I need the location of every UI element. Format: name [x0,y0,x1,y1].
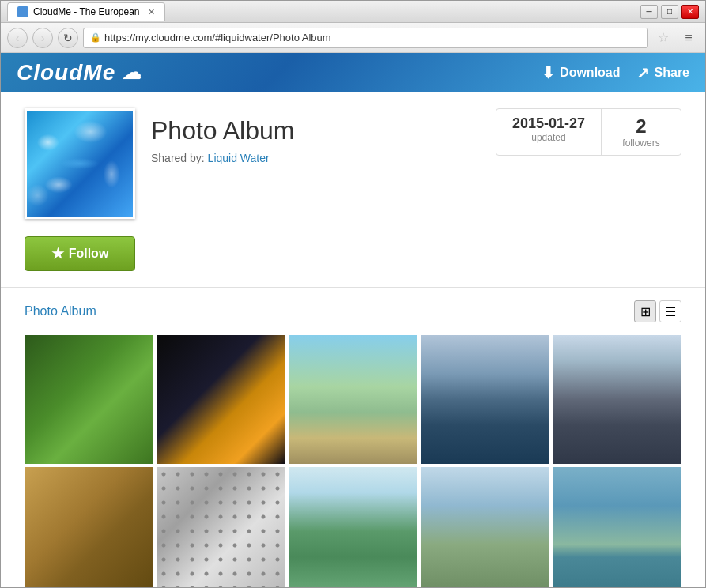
photo-item[interactable] [157,467,285,587]
album-header: Photo Album ⊞ ☰ [25,300,681,322]
cloudme-logo: CloudMe ☁ [17,60,142,85]
cloud-icon: ☁ [122,62,142,84]
window-controls: ─ □ ✕ [640,5,699,19]
address-bar[interactable]: 🔒 https://my.cloudme.com/#liquidwater/Ph… [83,28,648,48]
photo-item[interactable] [553,467,681,587]
album-title: Photo Album [25,304,96,318]
star-icon: ☆ [658,30,669,45]
shared-by-label: Shared by: [151,152,205,164]
browser-window: CloudMe - The European ✕ ─ □ ✕ ‹ › ↻ 🔒 h… [0,0,706,588]
photo-item[interactable] [25,467,153,587]
list-icon: ☰ [665,304,676,319]
profile-image [25,108,135,219]
back-icon: ‹ [16,32,20,44]
logo-text: CloudMe [17,60,115,85]
view-toggle: ⊞ ☰ [634,300,681,322]
photo-item[interactable] [421,335,549,464]
photo-item[interactable] [157,335,285,464]
download-button[interactable]: ⬇ Download [542,63,620,82]
forward-button[interactable]: › [32,28,53,48]
photo-item[interactable] [289,467,417,587]
page-content: CloudMe ☁ ⬇ Download ↗ Share [1,53,705,587]
title-bar: CloudMe - The European ✕ ─ □ ✕ [1,1,705,23]
bookmark-button[interactable]: ☆ [653,28,674,48]
menu-icon: ≡ [685,31,692,45]
download-label: Download [560,66,620,80]
album-name: Photo Album [151,116,480,145]
tab-favicon [17,6,28,17]
profile-info: Photo Album Shared by: Liquid Water [151,108,480,164]
share-label: Share [655,66,689,80]
photo-grid [25,335,681,587]
header-actions: ⬇ Download ↗ Share [542,63,689,82]
back-button[interactable]: ‹ [7,28,28,48]
photo-item[interactable] [553,335,681,464]
user-link[interactable]: Liquid Water [208,152,270,164]
profile-stats: 2015-01-27 updated 2 followers [496,108,681,156]
followers-stat: 2 followers [602,109,681,155]
close-button[interactable]: ✕ [681,5,699,19]
updated-stat: 2015-01-27 updated [496,109,602,155]
address-icon: 🔒 [90,32,101,43]
followers-label: followers [617,138,665,149]
share-icon: ↗ [636,63,650,82]
tab-close-button[interactable]: ✕ [148,7,155,17]
profile-section: ★ Follow Photo Album Shared by: Liquid W… [1,92,705,288]
address-text: https://my.cloudme.com/#liquidwater/Phot… [104,32,331,43]
refresh-button[interactable]: ↻ [58,28,78,48]
follow-label: Follow [69,247,109,261]
updated-label: updated [512,132,585,143]
refresh-icon: ↻ [63,32,73,44]
album-section: Photo Album ⊞ ☰ [1,288,705,587]
water-pattern [27,111,133,217]
list-view-button[interactable]: ☰ [659,300,681,322]
menu-button[interactable]: ≡ [678,28,699,48]
download-icon: ⬇ [542,63,555,82]
maximize-button[interactable]: □ [661,5,678,19]
tab-title: CloudMe - The European [33,6,140,17]
updated-date: 2015-01-27 [512,115,585,132]
browser-tab[interactable]: CloudMe - The European ✕ [7,2,165,21]
shared-by: Shared by: Liquid Water [151,152,480,164]
follow-button[interactable]: ★ Follow [25,236,135,271]
photo-item[interactable] [289,335,417,464]
grid-icon: ⊞ [640,304,651,319]
follow-star-icon: ★ [51,245,64,262]
cloudme-header: CloudMe ☁ ⬇ Download ↗ Share [1,53,705,92]
nav-bar: ‹ › ↻ 🔒 https://my.cloudme.com/#liquidwa… [1,23,705,53]
share-button[interactable]: ↗ Share [636,63,689,82]
profile-image-inner [27,111,133,217]
forward-icon: › [41,32,45,44]
photo-item[interactable] [25,335,153,464]
photo-item[interactable] [421,467,549,587]
grid-view-button[interactable]: ⊞ [634,300,656,322]
followers-count: 2 [617,115,665,138]
minimize-button[interactable]: ─ [640,5,658,19]
